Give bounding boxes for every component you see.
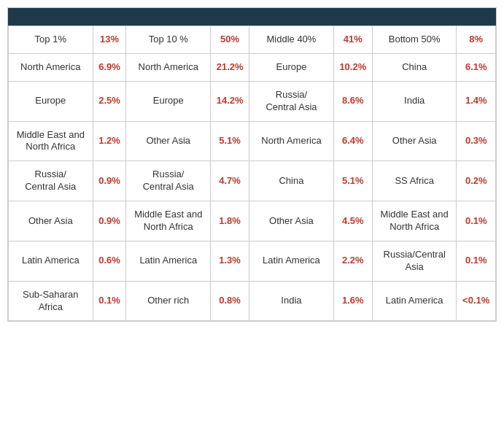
- region-cell: Middle East andNorth Africa: [9, 121, 93, 161]
- value-cell: 4.5%: [333, 201, 372, 241]
- value-cell: 21.2%: [211, 53, 249, 81]
- value-cell: 1.3%: [211, 241, 249, 281]
- region-cell: Other Asia: [249, 201, 334, 241]
- value-cell: 0.1%: [457, 201, 496, 241]
- value-cell: 0.2%: [457, 161, 496, 201]
- region-cell: Latin America: [372, 281, 457, 321]
- value-cell: 6.1%: [457, 53, 496, 81]
- value-cell: 5.1%: [333, 161, 372, 201]
- value-cell: 0.6%: [93, 241, 126, 281]
- value-cell: <0.1%: [457, 281, 496, 321]
- value-cell: 1.4%: [457, 81, 496, 121]
- region-cell: Russia/Central Asia: [9, 161, 93, 201]
- region-cell: Other Asia: [372, 121, 457, 161]
- region-cell: Other Asia: [9, 201, 93, 241]
- value-cell: 41%: [333, 26, 372, 54]
- value-cell: 10.2%: [333, 53, 372, 81]
- value-cell: 0.9%: [93, 201, 126, 241]
- region-cell: Latin America: [9, 241, 93, 281]
- table-header: [8, 8, 496, 26]
- region-cell: Other rich: [126, 281, 211, 321]
- region-cell: Top 10 %: [126, 26, 211, 54]
- region-cell: Middle East andNorth Africa: [126, 201, 211, 241]
- region-cell: China: [249, 161, 334, 201]
- value-cell: 8.6%: [333, 81, 372, 121]
- region-cell: Bottom 50%: [372, 26, 457, 54]
- value-cell: 0.1%: [457, 241, 496, 281]
- region-cell: North America: [126, 53, 211, 81]
- value-cell: 8%: [457, 26, 496, 54]
- region-cell: Russia/Central Asia: [126, 161, 211, 201]
- value-cell: 1.8%: [211, 201, 249, 241]
- region-cell: India: [249, 281, 334, 321]
- region-cell: Latin America: [249, 241, 334, 281]
- region-cell: Top 1%: [9, 26, 93, 54]
- value-cell: 0.8%: [211, 281, 249, 321]
- value-cell: 5.1%: [211, 121, 249, 161]
- data-table: Top 1%13%Top 10 %50%Middle 40%41%Bottom …: [8, 26, 496, 321]
- value-cell: 13%: [93, 26, 126, 54]
- value-cell: 14.2%: [211, 81, 249, 121]
- value-cell: 1.6%: [333, 281, 372, 321]
- value-cell: 1.2%: [93, 121, 126, 161]
- value-cell: 6.4%: [333, 121, 372, 161]
- value-cell: 2.2%: [333, 241, 372, 281]
- region-cell: China: [372, 53, 457, 81]
- value-cell: 4.7%: [211, 161, 249, 201]
- region-cell: Russia/CentralAsia: [372, 241, 457, 281]
- value-cell: 0.1%: [93, 281, 126, 321]
- region-cell: Russia/Central Asia: [249, 81, 334, 121]
- region-cell: Europe: [9, 81, 93, 121]
- region-cell: Europe: [249, 53, 334, 81]
- region-cell: Latin America: [126, 241, 211, 281]
- region-cell: India: [372, 81, 457, 121]
- region-cell: SS Africa: [372, 161, 457, 201]
- region-cell: Sub-SaharanAfrica: [9, 281, 93, 321]
- main-table-wrapper: Top 1%13%Top 10 %50%Middle 40%41%Bottom …: [7, 7, 497, 322]
- value-cell: 6.9%: [93, 53, 126, 81]
- region-cell: North America: [249, 121, 334, 161]
- region-cell: Europe: [126, 81, 211, 121]
- value-cell: 50%: [211, 26, 249, 54]
- value-cell: 0.3%: [457, 121, 496, 161]
- value-cell: 0.9%: [93, 161, 126, 201]
- region-cell: Middle East andNorth Africa: [372, 201, 457, 241]
- region-cell: North America: [9, 53, 93, 81]
- region-cell: Other Asia: [126, 121, 211, 161]
- region-cell: Middle 40%: [249, 26, 334, 54]
- value-cell: 2.5%: [93, 81, 126, 121]
